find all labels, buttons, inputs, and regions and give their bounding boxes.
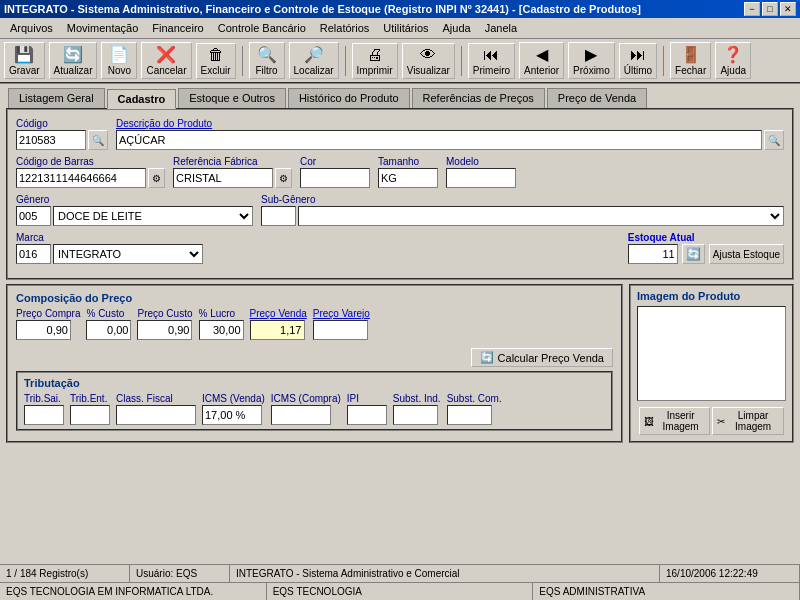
novo-button[interactable]: 📄Novo — [101, 42, 137, 79]
tamanho-label: Tamanho — [378, 156, 438, 167]
ipi-input[interactable] — [347, 405, 387, 425]
tab-cadastro[interactable]: Cadastro — [107, 89, 177, 109]
ultimo-button[interactable]: ⏭Último — [619, 43, 657, 79]
refresh-estoque-icon[interactable]: 🔄 — [682, 244, 705, 264]
menu-controle-bancario[interactable]: Controle Bancário — [212, 20, 312, 36]
codigo-input[interactable] — [16, 130, 86, 150]
imprimir-button[interactable]: 🖨Imprimir — [352, 43, 398, 79]
gravar-button[interactable]: 💾Gravar — [4, 42, 45, 79]
menu-ajuda[interactable]: Ajuda — [437, 20, 477, 36]
trib-ent-input[interactable] — [70, 405, 110, 425]
menu-relatorios[interactable]: Relatórios — [314, 20, 376, 36]
menu-janela[interactable]: Janela — [479, 20, 523, 36]
preco-compra-input[interactable] — [16, 320, 71, 340]
preco-varejo-label: Preço Varejo — [313, 308, 370, 319]
tab-estoque-outros[interactable]: Estoque e Outros — [178, 88, 286, 108]
estoque-atual-input[interactable] — [628, 244, 678, 264]
field-icms-venda: ICMS (Venda) — [202, 393, 265, 425]
menu-movimentacao[interactable]: Movimentação — [61, 20, 145, 36]
codigo-label: Código — [16, 118, 108, 129]
menu-utilitarios[interactable]: Utilitários — [377, 20, 434, 36]
trib-sai-input[interactable] — [24, 405, 64, 425]
menu-financeiro[interactable]: Financeiro — [146, 20, 209, 36]
descricao-search-button[interactable]: 🔍 — [764, 130, 784, 150]
marca-select[interactable]: INTEGRATO — [53, 244, 203, 264]
field-icms-compra: ICMS (Compra) — [271, 393, 341, 425]
composicao-row: Preço Compra % Custo Preço Custo % Lucro… — [16, 308, 613, 340]
field-genero: Gênero DOCE DE LEITE — [16, 194, 253, 226]
title-bar: INTEGRATO - Sistema Administrativo, Fina… — [0, 0, 800, 18]
preco-compra-label: Preço Compra — [16, 308, 80, 319]
fechar-button[interactable]: 🚪Fechar — [670, 42, 711, 79]
inserir-icon: 🖼 — [644, 416, 654, 427]
atualizar-button[interactable]: 🔄Atualizar — [49, 42, 98, 79]
icms-venda-input[interactable] — [202, 405, 262, 425]
ajuda-toolbar-button[interactable]: ❓Ajuda — [715, 42, 751, 79]
calcular-preco-button[interactable]: 🔄 Calcular Preço Venda — [471, 348, 613, 367]
sub-genero-code-input[interactable] — [261, 206, 296, 226]
ultimo-icon: ⏭ — [630, 46, 646, 64]
menu-arquivos[interactable]: Arquivos — [4, 20, 59, 36]
field-preco-venda: Preço Venda — [250, 308, 307, 340]
anterior-button[interactable]: ◀Anterior — [519, 42, 564, 79]
row-marca-estoque: Marca INTEGRATO Estoque Atual 🔄 Ajusta E… — [16, 232, 784, 264]
perc-lucro-input[interactable] — [199, 320, 244, 340]
filtro-button[interactable]: 🔍Filtro — [249, 42, 285, 79]
preco-venda-label: Preço Venda — [250, 308, 307, 319]
descricao-input[interactable] — [116, 130, 762, 150]
genero-code-input[interactable] — [16, 206, 51, 226]
status-registros: 1 / 184 Registro(s) — [0, 565, 130, 582]
tab-preco-venda[interactable]: Preço de Venda — [547, 88, 647, 108]
marca-code-input[interactable] — [16, 244, 51, 264]
status-datetime: 16/10/2006 12:22:49 — [660, 565, 800, 582]
modelo-input[interactable] — [446, 168, 516, 188]
proximo-button[interactable]: ▶Próximo — [568, 42, 615, 79]
tamanho-input[interactable] — [378, 168, 438, 188]
cor-input[interactable] — [300, 168, 370, 188]
primeiro-button[interactable]: ⏮Primeiro — [468, 43, 515, 79]
localizar-button[interactable]: 🔎Localizar — [289, 42, 339, 79]
preco-venda-input[interactable] — [250, 320, 305, 340]
tab-referencias-precos[interactable]: Referências de Preços — [412, 88, 545, 108]
preco-varejo-input[interactable] — [313, 320, 368, 340]
genero-select[interactable]: DOCE DE LEITE — [53, 206, 253, 226]
subst-com-input[interactable] — [447, 405, 492, 425]
field-perc-custo: % Custo — [86, 308, 131, 340]
anterior-icon: ◀ — [536, 45, 548, 64]
field-marca: Marca INTEGRATO — [16, 232, 203, 264]
minimize-button[interactable]: − — [744, 2, 760, 16]
atualizar-icon: 🔄 — [63, 45, 83, 64]
field-estoque-atual: Estoque Atual 🔄 Ajusta Estoque — [628, 232, 784, 264]
field-class-fiscal: Class. Fiscal — [116, 393, 196, 425]
restore-button[interactable]: □ — [762, 2, 778, 16]
product-image-area — [637, 306, 786, 401]
modelo-label: Modelo — [446, 156, 516, 167]
barras-btn[interactable]: ⚙ — [148, 168, 165, 188]
perc-custo-input[interactable] — [86, 320, 131, 340]
close-button[interactable]: ✕ — [780, 2, 796, 16]
class-fiscal-input[interactable] — [116, 405, 196, 425]
icms-compra-input[interactable] — [271, 405, 331, 425]
excluir-button[interactable]: 🗑Excluir — [196, 43, 236, 79]
limpar-imagem-button[interactable]: ✂ Limpar Imagem — [712, 407, 784, 435]
ajusta-estoque-button[interactable]: Ajusta Estoque — [709, 244, 784, 264]
sub-genero-select[interactable] — [298, 206, 784, 226]
visualizar-button[interactable]: 👁Visualizar — [402, 43, 455, 79]
codigo-barras-input[interactable] — [16, 168, 146, 188]
preco-custo-input[interactable] — [137, 320, 192, 340]
proximo-icon: ▶ — [585, 45, 597, 64]
tributacao-title: Tributação — [24, 377, 605, 389]
codigo-search-button[interactable]: 🔍 — [88, 130, 108, 150]
tab-listagem-geral[interactable]: Listagem Geral — [8, 88, 105, 108]
inserir-imagem-button[interactable]: 🖼 Inserir Imagem — [639, 407, 710, 435]
field-subst-com: Subst. Com. — [447, 393, 502, 425]
tab-historico-produto[interactable]: Histórico do Produto — [288, 88, 410, 108]
ref-fabrica-input[interactable] — [173, 168, 273, 188]
cancelar-button[interactable]: ❌Cancelar — [141, 42, 191, 79]
class-fiscal-label: Class. Fiscal — [116, 393, 196, 404]
title-text: INTEGRATO - Sistema Administrativo, Fina… — [4, 3, 641, 15]
perc-custo-label: % Custo — [86, 308, 131, 319]
ref-fabrica-btn[interactable]: ⚙ — [275, 168, 292, 188]
subst-ind-input[interactable] — [393, 405, 438, 425]
field-codigo-barras: Código de Barras ⚙ — [16, 156, 165, 188]
